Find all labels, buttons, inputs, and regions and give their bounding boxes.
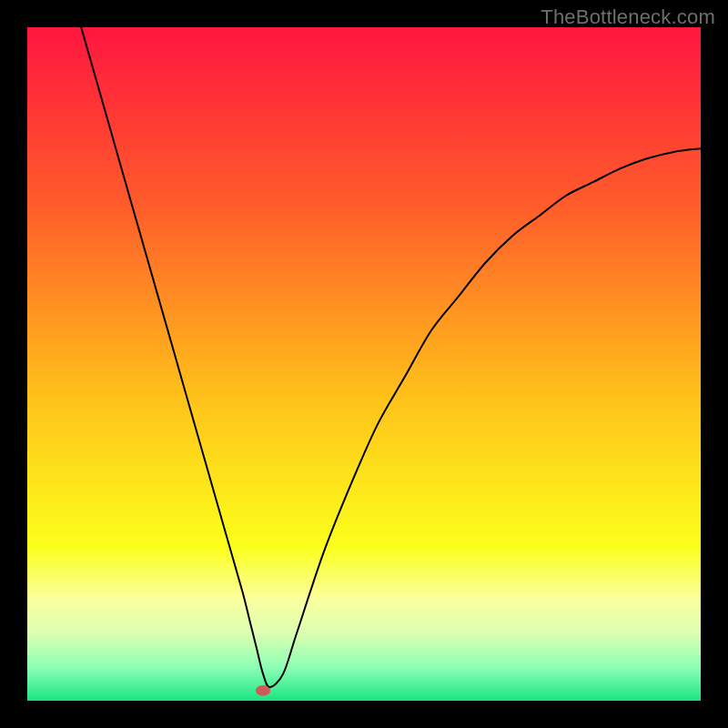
chart-svg — [27, 27, 701, 701]
gradient-backdrop — [27, 27, 701, 701]
optimal-point-marker — [256, 685, 270, 696]
chart-frame: TheBottleneck.com — [0, 0, 728, 728]
attribution-text: TheBottleneck.com — [541, 5, 715, 29]
plot-area — [27, 27, 701, 701]
